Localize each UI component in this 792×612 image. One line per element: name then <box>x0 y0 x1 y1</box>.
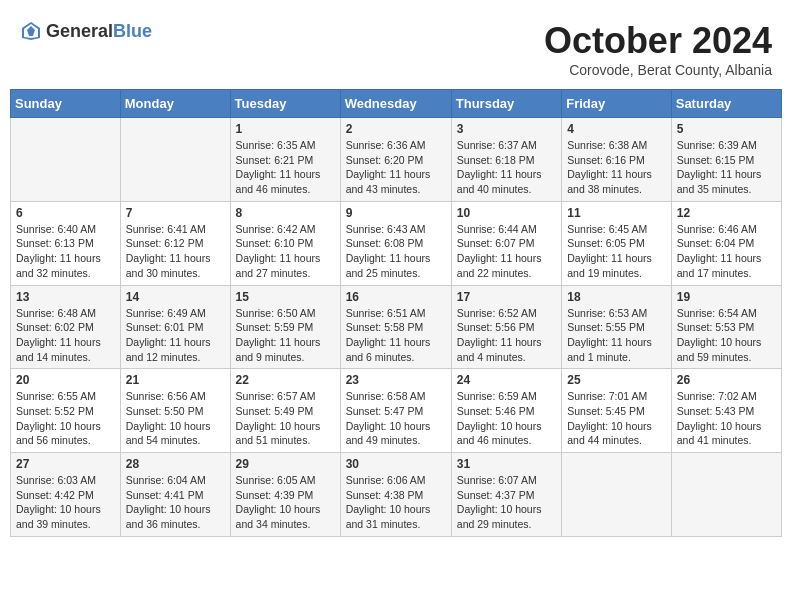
day-info: Sunrise: 6:40 AM Sunset: 6:13 PM Dayligh… <box>16 222 115 281</box>
calendar-cell <box>11 118 121 202</box>
day-number: 28 <box>126 457 225 471</box>
header-thursday: Thursday <box>451 90 561 118</box>
calendar-cell: 3Sunrise: 6:37 AM Sunset: 6:18 PM Daylig… <box>451 118 561 202</box>
calendar-cell: 14Sunrise: 6:49 AM Sunset: 6:01 PM Dayli… <box>120 285 230 369</box>
day-info: Sunrise: 6:46 AM Sunset: 6:04 PM Dayligh… <box>677 222 776 281</box>
calendar-cell: 13Sunrise: 6:48 AM Sunset: 6:02 PM Dayli… <box>11 285 121 369</box>
calendar-cell: 10Sunrise: 6:44 AM Sunset: 6:07 PM Dayli… <box>451 201 561 285</box>
day-info: Sunrise: 6:52 AM Sunset: 5:56 PM Dayligh… <box>457 306 556 365</box>
day-info: Sunrise: 6:36 AM Sunset: 6:20 PM Dayligh… <box>346 138 446 197</box>
calendar-cell: 20Sunrise: 6:55 AM Sunset: 5:52 PM Dayli… <box>11 369 121 453</box>
calendar-cell: 9Sunrise: 6:43 AM Sunset: 6:08 PM Daylig… <box>340 201 451 285</box>
day-info: Sunrise: 6:53 AM Sunset: 5:55 PM Dayligh… <box>567 306 666 365</box>
day-number: 4 <box>567 122 666 136</box>
day-info: Sunrise: 6:58 AM Sunset: 5:47 PM Dayligh… <box>346 389 446 448</box>
day-info: Sunrise: 6:50 AM Sunset: 5:59 PM Dayligh… <box>236 306 335 365</box>
day-number: 13 <box>16 290 115 304</box>
day-number: 30 <box>346 457 446 471</box>
day-number: 19 <box>677 290 776 304</box>
calendar-cell: 21Sunrise: 6:56 AM Sunset: 5:50 PM Dayli… <box>120 369 230 453</box>
calendar-cell: 5Sunrise: 6:39 AM Sunset: 6:15 PM Daylig… <box>671 118 781 202</box>
page-header: GeneralBlue October 2024 Corovode, Berat… <box>10 10 782 83</box>
calendar-cell: 22Sunrise: 6:57 AM Sunset: 5:49 PM Dayli… <box>230 369 340 453</box>
calendar-cell: 26Sunrise: 7:02 AM Sunset: 5:43 PM Dayli… <box>671 369 781 453</box>
day-info: Sunrise: 6:54 AM Sunset: 5:53 PM Dayligh… <box>677 306 776 365</box>
day-info: Sunrise: 6:41 AM Sunset: 6:12 PM Dayligh… <box>126 222 225 281</box>
calendar-cell <box>562 453 672 537</box>
day-info: Sunrise: 6:38 AM Sunset: 6:16 PM Dayligh… <box>567 138 666 197</box>
day-info: Sunrise: 6:48 AM Sunset: 6:02 PM Dayligh… <box>16 306 115 365</box>
calendar-cell: 31Sunrise: 6:07 AM Sunset: 4:37 PM Dayli… <box>451 453 561 537</box>
day-info: Sunrise: 6:43 AM Sunset: 6:08 PM Dayligh… <box>346 222 446 281</box>
day-info: Sunrise: 6:05 AM Sunset: 4:39 PM Dayligh… <box>236 473 335 532</box>
calendar-week-5: 27Sunrise: 6:03 AM Sunset: 4:42 PM Dayli… <box>11 453 782 537</box>
day-number: 5 <box>677 122 776 136</box>
day-number: 15 <box>236 290 335 304</box>
day-number: 27 <box>16 457 115 471</box>
day-info: Sunrise: 6:51 AM Sunset: 5:58 PM Dayligh… <box>346 306 446 365</box>
calendar-header-row: SundayMondayTuesdayWednesdayThursdayFrid… <box>11 90 782 118</box>
day-number: 7 <box>126 206 225 220</box>
calendar-cell: 6Sunrise: 6:40 AM Sunset: 6:13 PM Daylig… <box>11 201 121 285</box>
calendar-cell: 1Sunrise: 6:35 AM Sunset: 6:21 PM Daylig… <box>230 118 340 202</box>
day-info: Sunrise: 6:55 AM Sunset: 5:52 PM Dayligh… <box>16 389 115 448</box>
month-title: October 2024 <box>544 20 772 62</box>
calendar-cell: 15Sunrise: 6:50 AM Sunset: 5:59 PM Dayli… <box>230 285 340 369</box>
calendar-week-3: 13Sunrise: 6:48 AM Sunset: 6:02 PM Dayli… <box>11 285 782 369</box>
day-number: 2 <box>346 122 446 136</box>
calendar-cell: 8Sunrise: 6:42 AM Sunset: 6:10 PM Daylig… <box>230 201 340 285</box>
calendar-cell <box>671 453 781 537</box>
day-number: 23 <box>346 373 446 387</box>
calendar-cell: 7Sunrise: 6:41 AM Sunset: 6:12 PM Daylig… <box>120 201 230 285</box>
day-info: Sunrise: 6:49 AM Sunset: 6:01 PM Dayligh… <box>126 306 225 365</box>
calendar-week-4: 20Sunrise: 6:55 AM Sunset: 5:52 PM Dayli… <box>11 369 782 453</box>
calendar-cell: 2Sunrise: 6:36 AM Sunset: 6:20 PM Daylig… <box>340 118 451 202</box>
title-block: October 2024 Corovode, Berat County, Alb… <box>544 20 772 78</box>
day-number: 26 <box>677 373 776 387</box>
logo-icon <box>20 20 42 42</box>
calendar-cell: 17Sunrise: 6:52 AM Sunset: 5:56 PM Dayli… <box>451 285 561 369</box>
calendar-cell: 25Sunrise: 7:01 AM Sunset: 5:45 PM Dayli… <box>562 369 672 453</box>
day-number: 20 <box>16 373 115 387</box>
day-info: Sunrise: 6:56 AM Sunset: 5:50 PM Dayligh… <box>126 389 225 448</box>
calendar-cell: 28Sunrise: 6:04 AM Sunset: 4:41 PM Dayli… <box>120 453 230 537</box>
header-wednesday: Wednesday <box>340 90 451 118</box>
day-info: Sunrise: 6:07 AM Sunset: 4:37 PM Dayligh… <box>457 473 556 532</box>
day-info: Sunrise: 7:02 AM Sunset: 5:43 PM Dayligh… <box>677 389 776 448</box>
day-number: 6 <box>16 206 115 220</box>
calendar-cell: 11Sunrise: 6:45 AM Sunset: 6:05 PM Dayli… <box>562 201 672 285</box>
day-number: 12 <box>677 206 776 220</box>
day-number: 21 <box>126 373 225 387</box>
calendar-cell: 16Sunrise: 6:51 AM Sunset: 5:58 PM Dayli… <box>340 285 451 369</box>
day-number: 9 <box>346 206 446 220</box>
day-number: 25 <box>567 373 666 387</box>
day-number: 22 <box>236 373 335 387</box>
calendar-cell: 24Sunrise: 6:59 AM Sunset: 5:46 PM Dayli… <box>451 369 561 453</box>
calendar-table: SundayMondayTuesdayWednesdayThursdayFrid… <box>10 89 782 537</box>
calendar-cell: 12Sunrise: 6:46 AM Sunset: 6:04 PM Dayli… <box>671 201 781 285</box>
day-info: Sunrise: 6:59 AM Sunset: 5:46 PM Dayligh… <box>457 389 556 448</box>
day-info: Sunrise: 7:01 AM Sunset: 5:45 PM Dayligh… <box>567 389 666 448</box>
day-info: Sunrise: 6:57 AM Sunset: 5:49 PM Dayligh… <box>236 389 335 448</box>
calendar-week-1: 1Sunrise: 6:35 AM Sunset: 6:21 PM Daylig… <box>11 118 782 202</box>
day-info: Sunrise: 6:37 AM Sunset: 6:18 PM Dayligh… <box>457 138 556 197</box>
header-tuesday: Tuesday <box>230 90 340 118</box>
calendar-cell <box>120 118 230 202</box>
header-friday: Friday <box>562 90 672 118</box>
day-info: Sunrise: 6:03 AM Sunset: 4:42 PM Dayligh… <box>16 473 115 532</box>
day-info: Sunrise: 6:35 AM Sunset: 6:21 PM Dayligh… <box>236 138 335 197</box>
day-number: 10 <box>457 206 556 220</box>
day-number: 29 <box>236 457 335 471</box>
calendar-cell: 29Sunrise: 6:05 AM Sunset: 4:39 PM Dayli… <box>230 453 340 537</box>
header-monday: Monday <box>120 90 230 118</box>
day-info: Sunrise: 6:39 AM Sunset: 6:15 PM Dayligh… <box>677 138 776 197</box>
calendar-cell: 4Sunrise: 6:38 AM Sunset: 6:16 PM Daylig… <box>562 118 672 202</box>
logo: GeneralBlue <box>20 20 152 42</box>
day-number: 18 <box>567 290 666 304</box>
day-number: 14 <box>126 290 225 304</box>
day-number: 16 <box>346 290 446 304</box>
logo-blue-text: Blue <box>113 21 152 41</box>
calendar-cell: 23Sunrise: 6:58 AM Sunset: 5:47 PM Dayli… <box>340 369 451 453</box>
logo-general-text: General <box>46 21 113 41</box>
calendar-cell: 27Sunrise: 6:03 AM Sunset: 4:42 PM Dayli… <box>11 453 121 537</box>
